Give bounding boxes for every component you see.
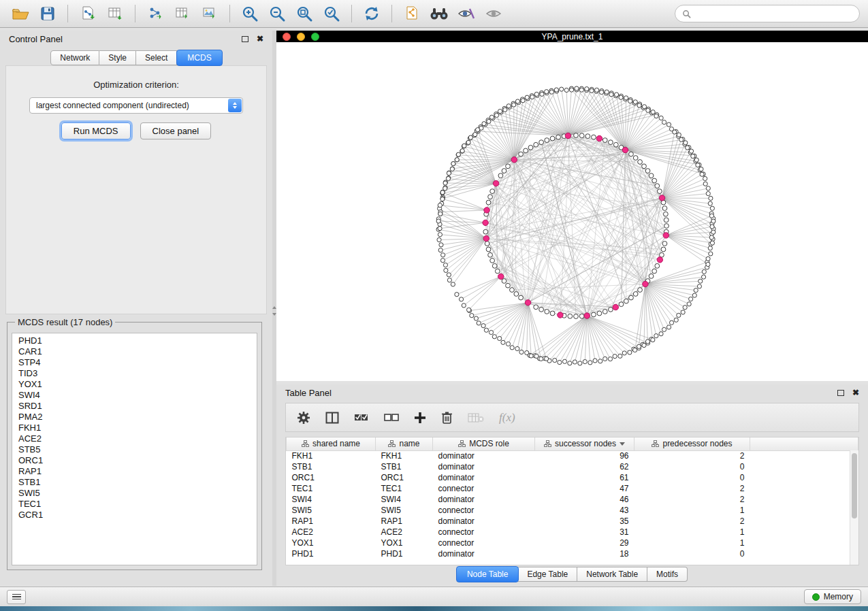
apply-layout-button[interactable] <box>359 3 384 24</box>
table-cell: 46 <box>535 494 634 505</box>
zoom-in-button[interactable] <box>238 3 262 24</box>
function-builder-button-disabled: f(x) <box>499 411 515 425</box>
toolbar-search <box>675 5 860 22</box>
mcds-result-item[interactable]: FKH1 <box>12 423 257 433</box>
hide-graphics-button[interactable] <box>454 3 479 24</box>
find-button[interactable] <box>427 3 451 24</box>
mcds-result-item[interactable]: STP4 <box>12 357 257 368</box>
node-table: shared namenameMCDS rolesuccessor nodesp… <box>286 437 858 559</box>
table-row[interactable]: FKH1FKH1dominator962 <box>287 450 858 461</box>
status-menu-button[interactable] <box>7 590 26 604</box>
table-tab-network-table[interactable]: Network Table <box>577 567 647 582</box>
close-panel-button[interactable]: Close panel <box>140 122 212 139</box>
network-canvas[interactable] <box>276 42 868 381</box>
binoculars-icon <box>430 7 449 20</box>
mcds-result-item[interactable]: ACE2 <box>12 433 257 444</box>
table-row[interactable]: SWI4SWI4dominator462 <box>287 494 858 505</box>
show-columns-button[interactable] <box>325 412 339 424</box>
table-cell: ACE2 <box>376 527 433 538</box>
table-row[interactable]: RAP1RAP1dominator352 <box>287 516 858 527</box>
zoom-fit-button[interactable] <box>292 3 317 24</box>
mcds-result-item[interactable]: YOX1 <box>12 379 257 390</box>
table-cell <box>750 505 858 516</box>
table-row[interactable]: YOX1YOX1connector291 <box>287 538 858 548</box>
column-header-shared-name[interactable]: shared name <box>287 437 376 450</box>
save-session-button[interactable] <box>35 3 60 24</box>
close-table-panel-icon[interactable]: ✖ <box>852 389 859 396</box>
search-input[interactable] <box>695 9 852 18</box>
mcds-tab-content: Optimization criterion: largest connecte… <box>5 65 267 314</box>
table-cell: 1 <box>634 505 750 516</box>
run-mcds-button[interactable]: Run MCDS <box>61 122 131 139</box>
table-row[interactable]: PHD1PHD1dominator180 <box>287 548 858 559</box>
tab-select[interactable]: Select <box>136 50 177 65</box>
deselect-all-button[interactable] <box>384 412 399 424</box>
float-panel-icon[interactable] <box>242 36 248 42</box>
export-table-button[interactable] <box>170 3 195 24</box>
mcds-result-item[interactable]: SWI5 <box>12 488 257 499</box>
export-image-button[interactable] <box>197 3 222 24</box>
select-all-icon <box>354 412 369 424</box>
create-column-button[interactable] <box>414 412 426 424</box>
select-all-button[interactable] <box>354 412 369 424</box>
table-tab-motifs[interactable]: Motifs <box>647 567 688 582</box>
column-data-icon <box>302 440 309 447</box>
zoom-selected-button[interactable] <box>319 3 344 24</box>
columns-icon <box>325 412 339 424</box>
table-cell <box>750 472 858 483</box>
column-header-name[interactable]: name <box>376 437 433 450</box>
column-header-predecessor-nodes[interactable]: predecessor nodes <box>634 437 750 450</box>
column-header-successor-nodes[interactable]: successor nodes <box>535 437 634 450</box>
table-cell: 0 <box>634 461 750 472</box>
table-cell: dominator <box>433 516 535 527</box>
criterion-dropdown[interactable]: largest connected component (undirected) <box>29 97 243 114</box>
copy-network-button[interactable] <box>400 3 424 24</box>
open-session-button[interactable] <box>8 3 33 24</box>
mcds-result-item[interactable]: PHD1 <box>12 335 257 346</box>
mcds-result-item[interactable]: PMA2 <box>12 412 257 423</box>
table-cell: 1 <box>634 527 750 538</box>
table-row[interactable]: ACE2ACE2connector311 <box>287 527 858 538</box>
mcds-result-item[interactable]: STB1 <box>12 477 257 488</box>
mcds-result-item[interactable]: STB5 <box>12 444 257 455</box>
table-row[interactable]: ORC1ORC1dominator610 <box>287 472 858 483</box>
table-row[interactable]: SWI5SWI5connector431 <box>287 505 858 516</box>
table-cell: RAP1 <box>287 516 376 527</box>
mcds-result-list[interactable]: PHD1CAR1STP4TID3YOX1SWI4SRD1PMA2FKH1ACE2… <box>12 333 257 565</box>
table-settings-button[interactable] <box>297 411 310 425</box>
mcds-result-item[interactable]: RAP1 <box>12 466 257 477</box>
column-data-icon <box>652 440 659 447</box>
export-network-button[interactable] <box>143 3 167 24</box>
mcds-result-item[interactable]: GCR1 <box>12 510 257 521</box>
table-tab-edge-table[interactable]: Edge Table <box>518 567 577 582</box>
table-cell <box>750 527 858 538</box>
tab-style[interactable]: Style <box>99 50 136 65</box>
mcds-result-item[interactable]: SRD1 <box>12 401 257 412</box>
mcds-result-item[interactable]: SWI4 <box>12 390 257 401</box>
tab-network[interactable]: Network <box>50 50 99 65</box>
column-header-MCDS-role[interactable]: MCDS role <box>433 437 535 450</box>
table-row[interactable]: STB1STB1dominator620 <box>287 461 858 472</box>
close-panel-icon[interactable]: ✖ <box>257 35 263 42</box>
scrollbar-thumb[interactable] <box>852 453 857 518</box>
mcds-result-item[interactable]: ORC1 <box>12 455 257 466</box>
import-network-button[interactable] <box>76 3 100 24</box>
table-cell <box>750 483 858 494</box>
table-row[interactable]: TEC1TEC1connector472 <box>287 483 858 494</box>
main-toolbar <box>0 0 868 28</box>
memory-button[interactable]: Memory <box>804 589 861 604</box>
table-cell: FKH1 <box>287 450 376 461</box>
mcds-result-item[interactable]: TEC1 <box>12 499 257 510</box>
table-scrollbar[interactable] <box>850 450 858 565</box>
mcds-result-item[interactable]: TID3 <box>12 368 257 379</box>
tab-mcds[interactable]: MCDS <box>176 50 222 66</box>
table-cell <box>750 494 858 505</box>
show-graphics-button[interactable] <box>481 3 506 24</box>
import-table-button[interactable] <box>103 3 127 24</box>
network-window-titlebar[interactable]: YPA_prune.txt_1 <box>276 31 868 42</box>
mcds-result-item[interactable]: CAR1 <box>12 346 257 357</box>
table-tab-node-table[interactable]: Node Table <box>456 566 519 582</box>
zoom-out-button[interactable] <box>265 3 289 24</box>
float-table-panel-icon[interactable] <box>837 390 844 396</box>
delete-column-button[interactable] <box>441 411 453 424</box>
